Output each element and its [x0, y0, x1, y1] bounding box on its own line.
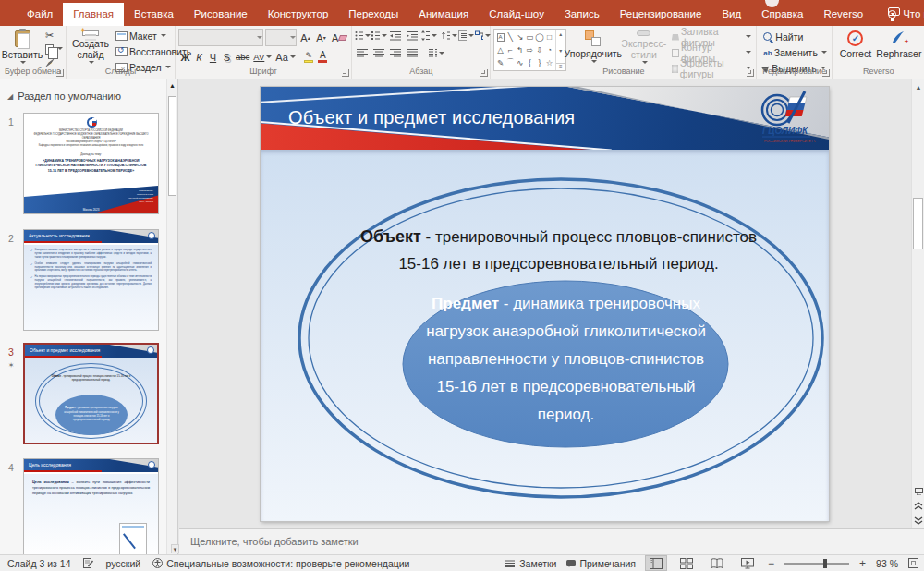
rephraser-button[interactable]: Rephraser [876, 29, 922, 67]
strikethrough-button[interactable]: abc [234, 49, 251, 65]
section-header[interactable]: ◢ Раздел по умолчанию [7, 91, 121, 102]
font-color-button[interactable]: А [316, 49, 330, 65]
bullets-button[interactable] [355, 29, 371, 43]
tab-transitions[interactable]: Переходы [338, 3, 408, 26]
align-left-button[interactable] [355, 46, 371, 60]
quick-styles-button[interactable]: Экспресс-стили [620, 29, 668, 67]
align-text-button[interactable] [458, 29, 474, 43]
tab-help[interactable]: Справка [751, 3, 813, 26]
reading-view-button[interactable] [707, 556, 727, 570]
tab-draw[interactable]: Рисование [184, 3, 258, 26]
shape-arrow-icon[interactable]: ↘ [517, 32, 523, 42]
shape-elbow-icon[interactable]: ⌐ [508, 45, 513, 55]
zoom-in-button[interactable]: + [859, 559, 866, 568]
subject-text-box[interactable]: Предмет - динамика тренировочных нагрузо… [407, 290, 725, 429]
text-shadow-button[interactable]: S [220, 49, 234, 65]
columns-button[interactable] [429, 46, 444, 60]
shape-right-arrow-icon[interactable]: ⇨ [527, 45, 533, 55]
italic-button[interactable]: К [192, 49, 206, 65]
tab-file[interactable]: Файл [17, 3, 63, 26]
notes-placeholder[interactable]: Щелкните, чтобы добавить заметки [190, 536, 359, 547]
change-case-button[interactable]: Aa [274, 49, 297, 65]
zoom-out-button[interactable]: − [768, 559, 774, 568]
shrink-font-button[interactable]: А [314, 30, 328, 45]
drawing-dialog-launcher[interactable] [747, 69, 754, 77]
slide-1-thumbnail[interactable]: МИНИСТЕРСТВО СПОРТА РОССИЙСКОЙ ФЕДЕРАЦИИ… [23, 113, 159, 214]
shape-pie-icon[interactable]: ◔ [547, 45, 552, 55]
previous-slide-button[interactable] [914, 500, 924, 512]
spell-check-icon[interactable] [83, 558, 94, 568]
convert-to-smartart-button[interactable] [475, 29, 491, 43]
grow-font-button[interactable]: А [298, 30, 312, 45]
cut-button[interactable]: ✂ [43, 29, 65, 42]
slide-body[interactable]: Объект - тренировочный процесс пловцов-с… [261, 150, 829, 521]
font-size-combo[interactable] [265, 29, 297, 46]
zoom-slider[interactable] [784, 563, 849, 565]
tab-reverso[interactable]: Reverso [813, 3, 873, 26]
shape-rounded-rectangle-icon[interactable]: □ [547, 32, 552, 42]
increase-indent-button[interactable] [405, 29, 420, 43]
slide-3-thumbnail[interactable]: Объект и предмет исследования Объект - т… [23, 343, 159, 444]
notes-pane[interactable]: ▼ Щелкните, чтобы добавить заметки [179, 528, 924, 554]
tab-record[interactable]: Запись [554, 3, 610, 26]
slide-title[interactable]: Объект и предмет исследования [288, 107, 575, 128]
normal-view-button[interactable] [646, 556, 666, 570]
clear-formatting-button[interactable]: А [330, 30, 348, 45]
arrange-button[interactable]: Упорядочить [566, 29, 620, 67]
tab-review[interactable]: Рецензирование [610, 3, 712, 26]
align-center-button[interactable] [371, 46, 387, 60]
scrollbar-mini-button[interactable] [914, 485, 924, 497]
line-spacing-button[interactable] [421, 29, 437, 43]
justify-button[interactable] [405, 46, 420, 60]
scroll-up-arrow[interactable]: ▲ [914, 82, 923, 93]
bold-button[interactable]: Ж [178, 49, 192, 65]
slide-sorter-view-button[interactable] [676, 556, 697, 570]
animation-star-icon[interactable]: ✶ [4, 361, 18, 370]
clipboard-dialog-launcher[interactable] [56, 69, 64, 77]
slide-title-banner[interactable]: Объект и предмет исследования [261, 87, 829, 150]
tab-view[interactable]: Вид [711, 3, 751, 26]
thumbnail-scrollbar[interactable]: ▲ [166, 79, 177, 554]
tab-insert[interactable]: Вставка [124, 3, 184, 26]
gallery-scroll-down[interactable]: ▾ [559, 47, 562, 54]
comments-bubble-icon[interactable] [888, 7, 900, 16]
text-highlight-button[interactable]: ✎ [302, 49, 316, 65]
character-spacing-button[interactable]: AV [251, 49, 274, 65]
notes-splitter-handle[interactable]: ▼ [171, 544, 179, 553]
tab-home[interactable]: Главная [63, 3, 124, 26]
copy-button[interactable] [43, 43, 65, 55]
shape-text-box-icon[interactable]: A [497, 33, 505, 42]
slide-editing-surface[interactable]: Объект и предмет исследования [261, 87, 829, 521]
shape-ellipse-icon[interactable]: ◯ [535, 32, 544, 42]
fit-slide-to-window-button[interactable] [908, 558, 918, 568]
font-name-combo[interactable] [178, 29, 263, 46]
new-slide-button[interactable]: Создать слайд [69, 29, 112, 67]
tab-animations[interactable]: Анимация [408, 3, 479, 26]
slide-4-thumbnail[interactable]: Цель исследования Цель исследования – вы… [23, 458, 159, 554]
editing-dialog-launcher[interactable] [822, 69, 830, 77]
slideshow-view-button[interactable] [737, 556, 758, 570]
thumbnail-scroll-up[interactable]: ▲ [168, 81, 176, 91]
underline-button[interactable]: Ч [206, 49, 220, 65]
paragraph-dialog-launcher[interactable] [480, 69, 488, 77]
object-text-box[interactable]: Объект - тренировочный процесс пловцов-с… [307, 224, 810, 277]
shape-triangle-icon[interactable]: △ [497, 45, 504, 55]
zoom-level[interactable]: 93 % [876, 558, 898, 569]
decrease-indent-button[interactable] [388, 29, 404, 43]
slide-counter[interactable]: Слайд 3 из 14 [7, 558, 71, 569]
text-direction-button[interactable] [442, 29, 457, 43]
correct-button[interactable]: ✓ Correct [835, 29, 876, 67]
tab-slideshow[interactable]: Слайд-шоу [479, 3, 554, 26]
replace-button[interactable]: abЗаменить [761, 46, 829, 59]
notes-toggle[interactable]: Заметки [505, 558, 556, 569]
paste-button[interactable]: Вставить [3, 29, 42, 67]
font-dialog-launcher[interactable] [342, 69, 349, 77]
numbering-button[interactable] [371, 29, 387, 43]
gallery-scroll-up[interactable]: ▴ [559, 30, 562, 37]
zoom-slider-thumb[interactable] [823, 559, 827, 568]
comments-toggle[interactable]: Примечания [566, 558, 636, 569]
next-slide-button[interactable] [914, 515, 924, 527]
section-collapse-icon[interactable]: ◢ [7, 92, 13, 101]
accessibility-checker[interactable]: Специальные возможности: проверьте реком… [152, 558, 409, 569]
tab-design[interactable]: Конструктор [258, 3, 339, 26]
